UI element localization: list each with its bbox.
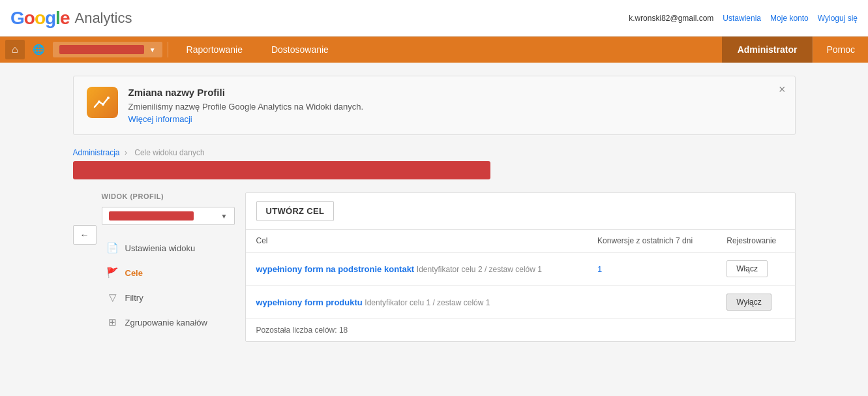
admin-tab[interactable]: Administrator <box>722 37 813 63</box>
breadcrumb-current: Cele widoku danych <box>134 148 204 157</box>
col-header-conversions: Konwersje z ostatnich 7 dni <box>587 230 716 252</box>
goal-cell-2: wypełniony form produktu Identyfikator c… <box>246 286 588 319</box>
svg-point-1 <box>102 103 104 106</box>
filter-icon: ▽ <box>107 292 119 303</box>
navbar-right: Administrator Pomoc <box>722 37 868 63</box>
globe-button[interactable]: 🌐 <box>27 40 50 59</box>
toggle-button-1[interactable]: Włącz <box>726 260 768 277</box>
customization-tab[interactable]: Dostosowanie <box>258 37 342 63</box>
goals-area: UTWÓRZ CEL Cel Konwersje z ostatnich 7 d… <box>245 192 796 342</box>
sidebar: WIDOK (PROFIL) ▼ 📄 Ustawienia widoku 🚩 C… <box>102 192 245 342</box>
navbar: ⌂ 🌐 ▼ Raportowanie Dostosowanie Administ… <box>0 37 868 63</box>
logo: Google Analytics <box>10 8 132 29</box>
sidebar-item-cele[interactable]: 🚩 Cele <box>102 260 235 285</box>
flag-icon: 🚩 <box>107 267 119 279</box>
goal-name-link-1[interactable]: wypełniony form na podstronie kontakt <box>256 264 415 274</box>
goal-conversions-value-1: 1 <box>597 264 602 274</box>
sidebar-item-label: Filtry <box>125 293 143 303</box>
sidebar-item-zgrupowanie[interactable]: ⊞ Zgrupowanie kanałów <box>102 310 235 335</box>
navbar-left: ⌂ 🌐 ▼ Raportowanie Dostosowanie <box>0 37 722 63</box>
notification-content: Zmiana nazwy Profili Zmieniliśmy nazwę P… <box>128 87 364 124</box>
table-row: wypełniony form na podstronie kontakt Id… <box>246 252 795 286</box>
sidebar-item-label: Cele <box>125 268 143 278</box>
sidebar-dropdown-text <box>109 211 194 221</box>
notification-body: Zmieniliśmy nazwę Profile Google Analyti… <box>128 102 364 112</box>
nav-separator <box>168 42 168 57</box>
reporting-tab[interactable]: Raportowanie <box>173 37 256 63</box>
sidebar-dropdown-arrow-icon: ▼ <box>221 213 228 220</box>
col-header-registration: Rejestrowanie <box>716 230 794 252</box>
goal-identifier-1: Identyfikator celu 2 / zestaw celów 1 <box>417 265 542 274</box>
create-goal-button[interactable]: UTWÓRZ CEL <box>256 201 335 221</box>
sidebar-view-dropdown[interactable]: ▼ <box>102 207 235 225</box>
svg-point-2 <box>107 97 110 99</box>
page-title <box>73 161 490 179</box>
sidebar-item-ustawienia-widoku[interactable]: 📄 Ustawienia widoku <box>102 236 235 260</box>
breadcrumb-separator: › <box>125 148 127 157</box>
user-email: k.wronski82@gmail.com <box>629 14 713 23</box>
svg-point-0 <box>98 100 100 103</box>
sidebar-item-label: Ustawienia widoku <box>125 243 196 253</box>
sidebar-section-label: WIDOK (PROFIL) <box>102 192 235 200</box>
breadcrumb-admin-link[interactable]: Administracja <box>73 148 120 157</box>
goal-identifier-2: Identyfikator celu 1 / zestaw celów 1 <box>365 298 490 307</box>
content-area: ← WIDOK (PROFIL) ▼ 📄 Ustawienia widoku 🚩… <box>73 192 796 342</box>
account-selector[interactable]: ▼ <box>53 42 162 57</box>
breadcrumb: Administracja › Cele widoku danych <box>73 148 796 157</box>
help-tab[interactable]: Pomoc <box>813 37 868 63</box>
home-button[interactable]: ⌂ <box>5 40 25 59</box>
back-arrow-column: ← <box>73 192 97 342</box>
notification-banner: Zmiana nazwy Profili Zmieniliśmy nazwę P… <box>73 76 796 135</box>
app-header: Google Analytics k.wronski82@gmail.com U… <box>0 0 868 37</box>
goals-table: Cel Konwersje z ostatnich 7 dni Rejestro… <box>246 230 795 319</box>
analytics-logo-text: Analytics <box>74 10 132 27</box>
notification-close-button[interactable]: × <box>779 83 786 97</box>
back-button[interactable]: ← <box>73 225 97 245</box>
goal-conversions-cell-2 <box>587 286 716 319</box>
goal-cell-1: wypełniony form na podstronie kontakt Id… <box>246 252 588 286</box>
account-selector-text <box>59 45 144 54</box>
goals-toolbar: UTWÓRZ CEL <box>246 193 795 230</box>
goal-toggle-cell-1: Włącz <box>716 252 794 286</box>
google-logo: Google <box>10 8 69 29</box>
goal-name-link-2[interactable]: wypełniony form produktu <box>256 297 363 307</box>
channel-group-icon: ⊞ <box>107 316 119 328</box>
goal-conversions-cell-1: 1 <box>587 252 716 286</box>
settings-link[interactable]: Ustawienia <box>723 14 761 23</box>
goals-remaining-text: Pozostała liczba celów: 18 <box>256 326 348 335</box>
toggle-button-2[interactable]: Wyłącz <box>726 294 771 311</box>
notification-title: Zmiana nazwy Profili <box>128 87 364 98</box>
header-right: k.wronski82@gmail.com Ustawienia Moje ko… <box>629 14 858 23</box>
my-account-link[interactable]: Moje konto <box>770 14 809 23</box>
notification-icon <box>87 87 118 118</box>
goals-footer: Pozostała liczba celów: 18 <box>246 319 795 341</box>
sidebar-item-filtry[interactable]: ▽ Filtry <box>102 285 235 310</box>
goal-toggle-cell-2: Wyłącz <box>716 286 794 319</box>
document-icon: 📄 <box>107 242 119 254</box>
notification-more-link[interactable]: Więcej informacji <box>128 114 192 124</box>
sidebar-item-label: Zgrupowanie kanałów <box>125 318 207 327</box>
account-dropdown-arrow-icon: ▼ <box>149 46 156 53</box>
main-content: Zmiana nazwy Profili Zmieniliśmy nazwę P… <box>63 76 806 342</box>
col-header-goal: Cel <box>246 230 588 252</box>
table-row: wypełniony form produktu Identyfikator c… <box>246 286 795 319</box>
analytics-icon <box>93 93 112 112</box>
logout-link[interactable]: Wyloguj się <box>818 14 858 23</box>
